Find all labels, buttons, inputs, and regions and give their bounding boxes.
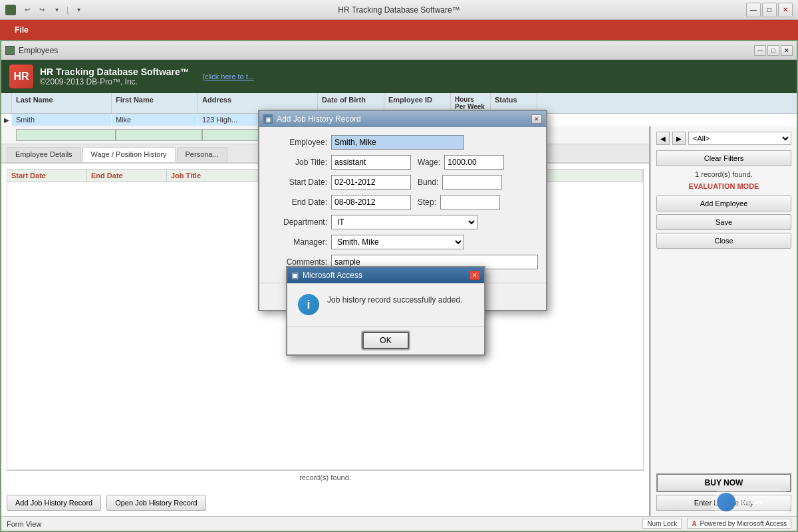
quick-access-extra[interactable]: ▾ <box>72 4 84 16</box>
inner-title-bar: Employees — □ ✕ <box>1 41 797 60</box>
title-bar: ↩ ↪ ▾ | ▾ HR Tracking Database Software™… <box>0 0 798 20</box>
powered-by-icon: A <box>692 520 696 527</box>
clear-filters-button[interactable]: Clear Filters <box>656 150 791 166</box>
records-found-label: record(s) found. <box>7 470 644 484</box>
employee-row: Employee: <box>267 135 538 150</box>
bund-label: Bund: <box>418 178 438 187</box>
minimize-btn[interactable]: — <box>746 3 761 17</box>
status-bar: Form View Num Lock A Powered by Microsof… <box>1 516 797 531</box>
watermark: software <box>712 489 791 515</box>
window-controls: — □ ✕ <box>746 3 793 17</box>
add-employee-button[interactable]: Add Employee <box>656 196 791 211</box>
department-row: Department: IT <box>267 215 538 229</box>
save-button[interactable]: Save <box>656 214 791 230</box>
start-date-label: Start Date: <box>267 178 327 187</box>
dialog-title-icon: ▣ <box>263 114 273 124</box>
filter-first-name[interactable] <box>116 129 202 141</box>
end-date-row: End Date: Step: <box>267 195 538 209</box>
step-input[interactable] <box>440 195 500 209</box>
right-records-count: 1 record(s) found. <box>656 170 791 178</box>
ms-dialog-icon: ▣ <box>291 271 299 280</box>
job-title-row: Job Title: Wage: <box>267 155 538 170</box>
filter-last-name[interactable] <box>16 129 116 141</box>
history-buttons: Add Job History Record Open Job History … <box>1 489 649 516</box>
manager-row: Manager: Smith, Mike <box>267 235 538 249</box>
status-right: Num Lock A Powered by Microsoft Access <box>642 519 791 529</box>
undo-btn[interactable]: ↩ <box>21 4 33 16</box>
form-view-label: Form View <box>7 520 41 528</box>
all-filter-dropdown[interactable]: <All> <box>688 132 791 145</box>
redo-btn[interactable]: ↪ <box>36 4 48 16</box>
tab-wage-history[interactable]: Wage / Position History <box>82 147 176 162</box>
job-title-label: Job Title: <box>267 158 327 167</box>
app-copyright: ©2009-2013 DB-Pro™, Inc. <box>40 77 190 86</box>
dialog-title-bar: ▣ Add Job History Record ✕ <box>259 111 546 127</box>
col-last-name: Last Name <box>12 93 112 113</box>
end-date-input[interactable] <box>331 195 411 209</box>
nav-next-btn[interactable]: ▶ <box>672 132 686 145</box>
open-job-history-button[interactable]: Open Job History Record <box>106 495 206 511</box>
employee-label: Employee: <box>267 138 327 147</box>
cell-first-name: Mike <box>112 114 198 126</box>
header-link[interactable]: [click here to t... <box>203 72 254 80</box>
manager-select[interactable]: Smith, Mike <box>331 235 464 249</box>
ms-dialog-title-bar: ▣ Microsoft Access ✕ <box>287 267 484 283</box>
ms-ok-button[interactable]: OK <box>362 332 408 349</box>
manager-label: Manager: <box>267 237 327 247</box>
right-panel: ◀ ▶ <All> Clear Filters 1 record(s) foun… <box>650 126 797 516</box>
powered-by-badge: A Powered by Microsoft Access <box>687 519 791 529</box>
ms-dialog-body: i Job history record successfully added. <box>287 283 484 326</box>
inner-app-icon <box>5 46 15 55</box>
department-select[interactable]: IT <box>331 215 477 229</box>
ms-dialog-close-btn[interactable]: ✕ <box>469 271 480 280</box>
ribbon: File <box>0 20 798 40</box>
ms-dialog-title: Microsoft Access <box>303 271 469 280</box>
start-date-row: Start Date: Bund: <box>267 175 538 190</box>
app-icon <box>5 5 16 15</box>
sub-col-start-date: Start Date <box>7 170 87 182</box>
inner-title-text: Employees <box>19 46 58 55</box>
app-logo: HR <box>9 65 33 88</box>
ms-info-icon: i <box>298 294 319 315</box>
nav-row: ◀ ▶ <All> <box>656 132 791 145</box>
dialog-close-btn[interactable]: ✕ <box>531 114 542 124</box>
bund-input[interactable] <box>442 175 502 190</box>
file-button[interactable]: File <box>5 23 38 37</box>
department-label: Department: <box>267 217 327 227</box>
inner-window-controls: — □ ✕ <box>754 45 793 56</box>
close-btn[interactable]: ✕ <box>778 3 793 17</box>
start-date-input[interactable] <box>331 175 411 190</box>
app-header-title: HR Tracking Database Software™ <box>40 66 190 77</box>
inner-minimize-btn[interactable]: — <box>754 45 766 56</box>
title-bar-left: ↩ ↪ ▾ | ▾ <box>5 4 84 16</box>
watermark-logo <box>717 493 735 511</box>
end-date-label: End Date: <box>267 198 327 207</box>
nav-prev-btn[interactable]: ◀ <box>656 132 670 145</box>
app-header: HR HR Tracking Database Software™ ©2009-… <box>1 60 797 93</box>
col-first-name: First Name <box>112 93 198 113</box>
row-indicator: ▶ <box>1 114 12 126</box>
cell-last-name: Smith <box>12 114 112 126</box>
num-lock-badge: Num Lock <box>642 519 682 529</box>
tab-personal[interactable]: Persona... <box>177 147 227 162</box>
ms-dialog-actions: OK <box>287 326 484 354</box>
job-title-input[interactable] <box>331 155 411 170</box>
title-bar-title: HR Tracking Database Software™ <box>338 5 460 15</box>
watermark-text: software <box>738 499 763 505</box>
maximize-btn[interactable]: □ <box>762 3 777 17</box>
logo-text: HR <box>13 70 29 82</box>
wage-input[interactable] <box>444 155 504 170</box>
ms-dialog-message: Job history record successfully added. <box>327 294 462 306</box>
quick-access-more[interactable]: ▾ <box>51 4 63 16</box>
dialog-title-text: Add Job History Record <box>277 114 531 124</box>
col-indicator <box>1 93 12 113</box>
inner-maximize-btn[interactable]: □ <box>767 45 779 56</box>
eval-mode-label: EVALUATION MODE <box>656 182 791 190</box>
dialog-body: Employee: Job Title: Wage: Start Date: B… <box>259 127 546 283</box>
close-button[interactable]: Close <box>656 233 791 249</box>
wage-label: Wage: <box>418 158 440 167</box>
tab-employee-details[interactable]: Employee Details <box>7 147 81 162</box>
add-job-history-button[interactable]: Add Job History Record <box>7 495 101 511</box>
employee-input[interactable] <box>331 135 464 150</box>
inner-close-btn[interactable]: ✕ <box>781 45 793 56</box>
